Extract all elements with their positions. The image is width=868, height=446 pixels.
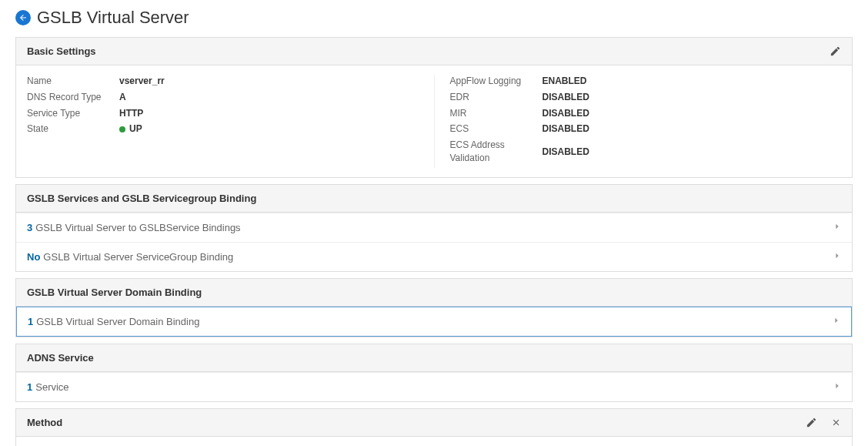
row-count: 3: [27, 222, 32, 233]
label-service-type: Service Type: [27, 107, 119, 120]
edit-icon[interactable]: [806, 417, 817, 428]
row-domain-binding[interactable]: 1GSLB Virtual Server Domain Binding: [16, 307, 852, 337]
chevron-right-icon: [833, 315, 840, 328]
label-ecs: ECS: [450, 122, 542, 136]
value-ecs-validation: DISABLED: [542, 139, 589, 165]
row-count: No: [27, 251, 40, 263]
row-servicegroup-binding[interactable]: NoGSLB Virtual Server ServiceGroup Bindi…: [16, 242, 852, 271]
chevron-right-icon: [833, 381, 841, 394]
panel-basic-settings: Basic Settings Namevserver_rr DNS Record…: [15, 37, 853, 178]
edit-icon[interactable]: [830, 45, 841, 57]
row-count: 1: [28, 316, 33, 327]
row-text: Service: [35, 381, 68, 393]
value-name: vserver_rr: [119, 75, 165, 88]
value-service-type: HTTP: [119, 107, 143, 120]
close-icon[interactable]: [831, 417, 841, 428]
panel-adns: ADNS Service 1Service: [15, 344, 853, 402]
value-mir: DISABLED: [542, 107, 589, 120]
panel-header-adns: ADNS Service: [27, 352, 94, 364]
row-text: GSLB Virtual Server Domain Binding: [36, 316, 199, 327]
row-gslbservice-bindings[interactable]: 3GSLB Virtual Server to GSLBService Bind…: [16, 213, 852, 242]
row-adns-service[interactable]: 1Service: [16, 372, 852, 401]
row-count: 1: [27, 381, 32, 393]
panel-domain-binding: GSLB Virtual Server Domain Binding 1GSLB…: [15, 278, 853, 337]
label-mir: MIR: [450, 107, 542, 120]
label-ecs-validation: ECS Address Validation: [450, 139, 542, 165]
row-text: GSLB Virtual Server ServiceGroup Binding: [43, 251, 233, 263]
panel-header-basic: Basic Settings: [27, 45, 96, 57]
panel-header-services: GSLB Services and GSLB Servicegroup Bind…: [27, 193, 256, 204]
back-icon[interactable]: [15, 10, 31, 25]
value-state: UP: [129, 122, 142, 136]
label-name: Name: [27, 75, 119, 88]
value-appflow: ENABLED: [542, 75, 587, 88]
value-dns-record-type: A: [119, 91, 126, 104]
status-dot-icon: [119, 126, 125, 132]
panel-services: GSLB Services and GSLB Servicegroup Bind…: [15, 184, 853, 272]
page-title: GSLB Virtual Server: [37, 8, 189, 28]
chevron-right-icon: [833, 250, 841, 263]
value-edr: DISABLED: [542, 91, 589, 104]
label-dns-record-type: DNS Record Type: [27, 91, 119, 104]
label-appflow: AppFlow Logging: [450, 75, 542, 88]
value-ecs: DISABLED: [542, 122, 589, 136]
chevron-right-icon: [833, 221, 841, 234]
label-edr: EDR: [450, 91, 542, 104]
label-state: State: [27, 122, 119, 136]
row-text: GSLB Virtual Server to GSLBService Bindi…: [35, 222, 240, 233]
panel-method: Method Choose MethodROUNDROBIN Tolerance…: [15, 408, 853, 446]
panel-header-method: Method: [27, 417, 62, 428]
panel-header-domain: GSLB Virtual Server Domain Binding: [27, 287, 202, 298]
